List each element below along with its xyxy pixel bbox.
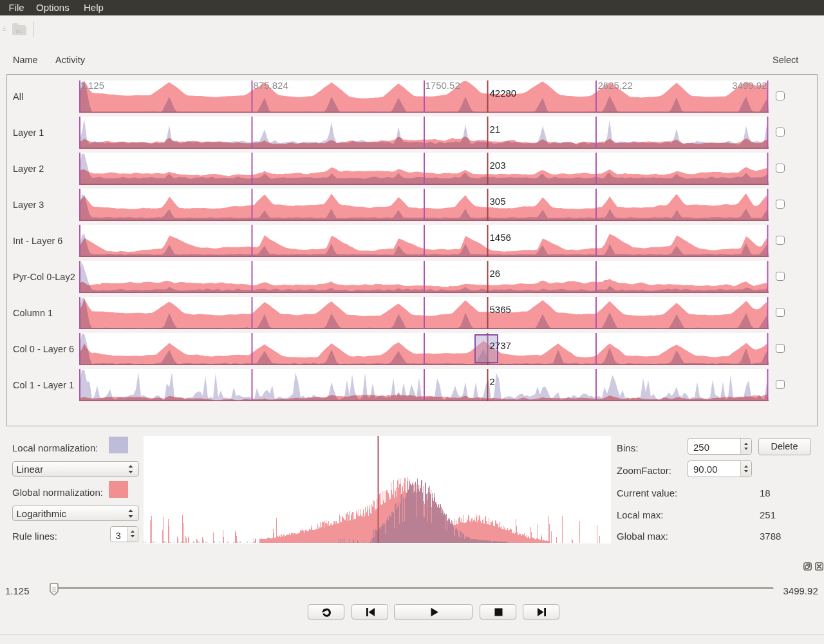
svg-text:BC: BC	[15, 28, 23, 34]
